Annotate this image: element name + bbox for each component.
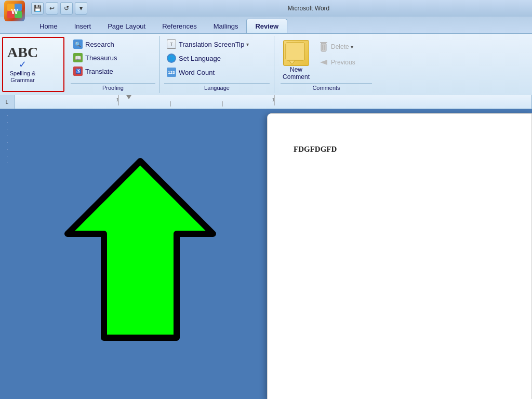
set-language-label: Set Language: [179, 55, 221, 62]
tab-review[interactable]: Review: [246, 19, 287, 33]
translation-screentip-button[interactable]: T Translation ScreenTip ▾: [164, 38, 270, 50]
ribbon-content: ABC ✓ Spelling &Grammar 🔍 Research 📖: [0, 33, 532, 95]
window-title: Microsoft Word: [89, 5, 528, 12]
spelling-abc: ABC: [7, 45, 38, 60]
thesaurus-icon: 📖: [73, 52, 83, 63]
tab-references[interactable]: References: [154, 19, 205, 33]
previous-button[interactable]: Previous: [316, 56, 357, 69]
spelling-check: ✓: [7, 60, 38, 69]
language-group-label: Language: [164, 83, 270, 91]
document-sidebar: ···· ····: [0, 109, 15, 399]
redo-button[interactable]: ↺: [60, 2, 73, 15]
title-bar: W 💾 ↩ ↺ ▾ Microsoft Word: [0, 0, 532, 17]
proofing-group: 🔍 Research 📖 Thesaurus ♿ Translate: [66, 36, 160, 93]
horizontal-ruler: 1 1: [15, 95, 532, 109]
ruler-marks: 1 1: [15, 95, 531, 109]
new-comment-sublabel: Comment: [283, 73, 310, 81]
customize-button[interactable]: ▾: [75, 2, 87, 15]
dropdown-arrow: ▾: [246, 42, 249, 47]
ruler-area: L 1 1: [0, 96, 532, 109]
tab-page-layout[interactable]: Page Layout: [99, 19, 154, 33]
svg-text:1: 1: [272, 97, 274, 102]
tab-home[interactable]: Home: [31, 19, 66, 33]
thesaurus-button[interactable]: 📖 Thesaurus: [71, 51, 155, 64]
svg-marker-18: [126, 95, 131, 99]
undo-button[interactable]: ↩: [46, 2, 58, 15]
sidebar-marks: ···· ····: [7, 113, 8, 165]
delete-dropdown: ▾: [351, 44, 353, 50]
document-area: ···· ···· FDGFDGFD: [0, 109, 532, 399]
office-logo[interactable]: W: [4, 1, 25, 21]
proofing-group-label: Proofing: [71, 83, 155, 91]
translate-button[interactable]: ♿ Translate: [71, 65, 155, 77]
translation-screentip-icon: T: [166, 39, 177, 49]
research-label: Research: [85, 41, 114, 48]
set-language-button[interactable]: 🌐 Set Language: [164, 52, 270, 64]
research-button[interactable]: 🔍 Research: [71, 38, 155, 50]
translate-label: Translate: [85, 68, 113, 75]
tab-insert[interactable]: Insert: [66, 19, 100, 33]
new-comment-label: New: [283, 66, 310, 73]
ribbon: Home Insert Page Layout References Maili…: [0, 17, 532, 96]
tab-bar: Home Insert Page Layout References Maili…: [0, 17, 532, 33]
comments-group-label: Comments: [281, 83, 372, 91]
save-button[interactable]: 💾: [31, 2, 44, 15]
word-count-icon: 123: [166, 67, 177, 77]
spelling-label: Spelling &Grammar: [7, 70, 38, 84]
new-comment-icon: [283, 40, 309, 66]
comments-group: New Comment: [274, 36, 378, 93]
delete-label: Delete: [331, 43, 349, 50]
thesaurus-label: Thesaurus: [85, 54, 117, 62]
proofing-items: 🔍 Research 📖 Thesaurus ♿ Translate: [71, 38, 155, 83]
word-count-label: Word Count: [179, 69, 215, 76]
svg-rect-8: [321, 43, 326, 51]
delete-previous-buttons: Delete ▾ Previous: [316, 38, 357, 69]
svg-marker-11: [320, 60, 327, 65]
svg-text:W: W: [11, 7, 18, 16]
translation-screentip-label: Translation ScreenTip: [179, 41, 244, 48]
spelling-grammar-group[interactable]: ABC ✓ Spelling &Grammar: [2, 37, 64, 92]
svg-rect-5: [286, 43, 304, 60]
delete-button[interactable]: Delete ▾: [316, 40, 357, 54]
svg-marker-6: [289, 60, 295, 64]
ruler-corner: L: [0, 95, 15, 109]
comments-buttons: New Comment: [281, 38, 372, 83]
document-main[interactable]: FDGFDGFD: [15, 109, 532, 399]
spelling-icon-area: ABC ✓ Spelling &Grammar: [7, 45, 38, 84]
language-group: T Translation ScreenTip ▾ 🌐 Set Language…: [160, 36, 274, 93]
word-count-button[interactable]: 123 Word Count: [164, 66, 270, 78]
set-language-icon: 🌐: [166, 53, 177, 63]
new-comment-button[interactable]: New Comment: [281, 38, 312, 83]
research-icon: 🔍: [73, 39, 83, 49]
quick-access-toolbar: 💾 ↩ ↺ ▾: [31, 2, 87, 15]
page-content: FDGFDGFD: [294, 145, 506, 154]
delete-icon: [318, 41, 329, 52]
svg-text:1: 1: [116, 97, 118, 102]
translate-icon: ♿: [73, 66, 83, 76]
previous-label: Previous: [331, 59, 355, 66]
document-page[interactable]: FDGFDGFD: [267, 113, 532, 399]
previous-icon: [318, 57, 329, 68]
tab-mailings[interactable]: Mailings: [205, 19, 247, 33]
